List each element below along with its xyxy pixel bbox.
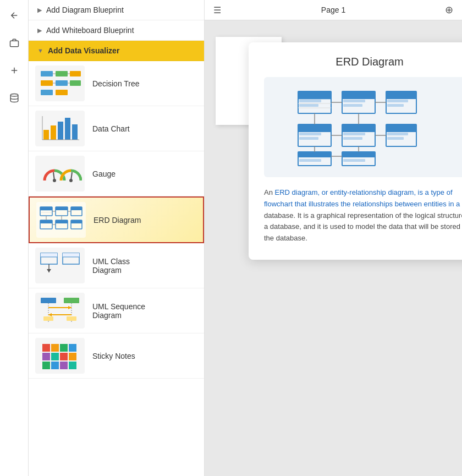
svg-rect-99 [386, 124, 416, 132]
sticky-notes-label: Sticky Notes [92, 352, 135, 360]
svg-rect-84 [343, 100, 365, 102]
uml-class-label: UML ClassDiagram [92, 257, 130, 275]
erd-diagram-label: ERD Diagram [94, 216, 141, 225]
svg-rect-93 [299, 137, 318, 140]
uml-sequence-thumbnail [35, 293, 85, 329]
add-button[interactable] [6, 62, 23, 79]
svg-rect-2 [41, 71, 53, 76]
erd-thumbnail [36, 202, 86, 238]
erd-preview-area [264, 77, 462, 177]
erd-description: An ERD diagram, or entity-relationship d… [264, 187, 462, 244]
svg-rect-66 [42, 353, 50, 360]
svg-marker-57 [68, 306, 72, 309]
sidebar-section-diagram[interactable]: ▶ Add Diagram Blueprint [29, 0, 204, 20]
svg-rect-107 [343, 159, 365, 162]
svg-rect-63 [51, 344, 59, 352]
erd-popup-title: ERD Diagram [264, 56, 462, 68]
briefcase-icon[interactable] [6, 34, 23, 52]
list-item-uml-class[interactable]: UML ClassDiagram [29, 243, 204, 288]
sidebar-section-whiteboard[interactable]: ▶ Add Whiteboard Blueprint [29, 20, 204, 41]
svg-rect-15 [51, 125, 56, 140]
svg-rect-9 [70, 80, 81, 86]
erd-desc-part2: database. It is a graphical representati… [264, 211, 462, 243]
svg-rect-3 [41, 80, 53, 86]
page-title: Page 1 [321, 6, 345, 14]
svg-rect-6 [56, 80, 68, 86]
add-page-button[interactable]: ⊕ [445, 4, 453, 16]
svg-rect-53 [64, 298, 79, 303]
svg-rect-97 [343, 137, 362, 140]
svg-rect-62 [42, 344, 50, 352]
svg-rect-8 [70, 71, 81, 76]
svg-rect-73 [69, 362, 76, 369]
decision-tree-label: Decision Tree [92, 79, 140, 88]
list-item-sticky-notes[interactable]: Sticky Notes [29, 333, 204, 379]
left-toolbar [0, 0, 29, 476]
visualizer-items-list: Decision Tree Data Chart [29, 61, 204, 379]
svg-rect-26 [40, 207, 52, 210]
svg-rect-89 [387, 104, 404, 107]
svg-rect-36 [56, 220, 68, 223]
svg-rect-14 [43, 130, 49, 140]
svg-rect-61 [67, 316, 76, 321]
svg-rect-101 [387, 137, 404, 140]
svg-rect-7 [56, 90, 68, 95]
erd-desc-highlighted: ERD diagram, or entity-relationship diag… [264, 188, 460, 208]
svg-rect-38 [71, 220, 82, 223]
svg-rect-18 [72, 124, 78, 140]
sidebar-section-visualizer[interactable]: ▼ Add Data Visualizer [29, 41, 204, 61]
svg-rect-68 [60, 353, 68, 360]
list-item-uml-sequence[interactable]: UML SequenceDiagram [29, 288, 204, 333]
erd-desc-part1: An [264, 188, 275, 196]
svg-rect-65 [69, 344, 76, 352]
list-item-data-chart[interactable]: Data Chart [29, 106, 204, 151]
svg-rect-60 [43, 316, 53, 321]
chevron-right-icon: ▶ [37, 7, 42, 14]
data-chart-label: Data Chart [92, 124, 130, 133]
svg-rect-48 [63, 253, 79, 257]
list-item-decision-tree[interactable]: Decision Tree [29, 61, 204, 106]
svg-rect-34 [40, 220, 52, 223]
svg-marker-51 [47, 269, 51, 272]
uml-class-thumbnail [35, 248, 85, 283]
svg-rect-83 [342, 91, 375, 99]
chevron-right-icon-2: ▶ [37, 27, 42, 34]
svg-rect-70 [42, 362, 50, 369]
svg-rect-91 [298, 124, 331, 132]
canvas-area: ERD Diagram [205, 20, 462, 476]
list-item-erd-diagram[interactable]: ERD Diagram [29, 196, 204, 243]
uml-sequence-label: UML SequenceDiagram [92, 302, 145, 320]
svg-rect-95 [342, 124, 375, 132]
menu-icon[interactable]: ☰ [213, 5, 221, 15]
svg-rect-88 [387, 100, 408, 102]
svg-marker-59 [48, 313, 52, 316]
svg-point-1 [10, 94, 18, 97]
database-icon[interactable] [6, 89, 23, 107]
svg-rect-85 [343, 104, 362, 107]
svg-rect-87 [386, 91, 416, 99]
svg-rect-64 [60, 344, 68, 352]
chevron-down-icon: ▼ [37, 47, 43, 54]
svg-rect-106 [342, 152, 375, 157]
svg-rect-96 [343, 133, 365, 135]
svg-rect-104 [299, 159, 321, 162]
decision-tree-thumbnail [35, 65, 85, 101]
svg-rect-30 [56, 207, 68, 210]
svg-rect-100 [387, 133, 408, 135]
svg-rect-17 [65, 118, 70, 140]
svg-rect-80 [299, 100, 321, 102]
erd-detail-popup: ERD Diagram [249, 42, 462, 260]
diagram-section-label: Add Diagram Blueprint [46, 6, 124, 14]
svg-rect-16 [58, 122, 63, 140]
svg-rect-32 [71, 207, 82, 210]
sticky-notes-thumbnail [35, 338, 85, 374]
sidebar-panel: ▶ Add Diagram Blueprint ▶ Add Whiteboard… [29, 0, 205, 476]
svg-rect-72 [60, 362, 68, 369]
back-button[interactable] [6, 7, 23, 24]
svg-rect-71 [51, 362, 59, 369]
list-item-gauge[interactable]: Gauge [29, 151, 204, 196]
svg-rect-69 [69, 353, 76, 360]
svg-rect-0 [10, 41, 18, 47]
page-header: ☰ Page 1 ⊕ [205, 0, 462, 20]
svg-rect-103 [298, 152, 331, 157]
